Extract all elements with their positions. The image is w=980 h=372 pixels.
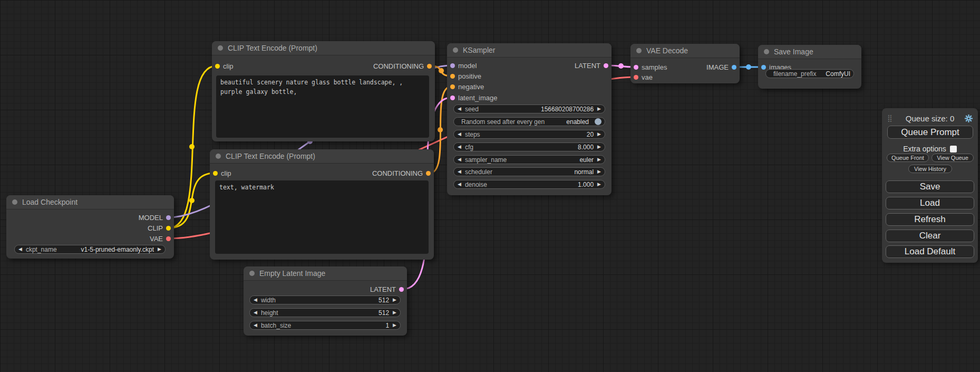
prev-value-arrow-icon[interactable]: ◀ [458, 169, 461, 174]
denoise-widget[interactable]: ◀ denoise 1.000 ▶ [453, 180, 605, 189]
node-title-bar[interactable]: Load Checkpoint [6, 195, 174, 209]
prev-value-arrow-icon[interactable]: ◀ [254, 298, 257, 302]
port-dot[interactable] [450, 74, 455, 79]
clear-button[interactable]: Clear [886, 230, 974, 242]
output-port-latent[interactable]: LATENT [575, 61, 608, 70]
next-value-arrow-icon[interactable]: ▶ [393, 323, 396, 328]
seed-widget[interactable]: ◀ seed 156680208700286 ▶ [453, 104, 605, 113]
output-port-latent[interactable]: LATENT [370, 285, 404, 293]
port-dot[interactable] [761, 65, 766, 70]
view-history-button[interactable]: View History [908, 165, 952, 173]
port-dot[interactable] [426, 171, 431, 176]
node-title-bar[interactable]: CLIP Text Encode (Prompt) [212, 41, 435, 55]
node-clip-text-encode-positive[interactable]: CLIP Text Encode (Prompt) clip CONDITION… [212, 41, 435, 141]
node-title-bar[interactable]: CLIP Text Encode (Prompt) [210, 149, 434, 164]
port-dot[interactable] [450, 84, 455, 89]
port-dot[interactable] [213, 171, 218, 176]
output-port-vae[interactable]: VAE [150, 234, 171, 243]
prev-value-arrow-icon[interactable]: ◀ [458, 182, 461, 187]
node-save-image[interactable]: Save Image images filename_prefix ComfyU… [758, 45, 861, 89]
next-value-arrow-icon[interactable]: ▶ [158, 247, 161, 252]
next-value-arrow-icon[interactable]: ▶ [393, 298, 396, 302]
port-dot[interactable] [604, 63, 608, 68]
node-ksampler[interactable]: KSampler model positive negative latent_… [447, 43, 612, 195]
prev-value-arrow-icon[interactable]: ◀ [458, 157, 461, 162]
port-dot[interactable] [427, 64, 432, 69]
next-value-arrow-icon[interactable]: ▶ [597, 145, 601, 149]
toggle-dot-icon[interactable] [595, 118, 601, 125]
prev-value-arrow-icon[interactable]: ◀ [458, 107, 461, 111]
prev-value-arrow-icon[interactable]: ◀ [458, 145, 461, 149]
port-dot[interactable] [215, 64, 220, 69]
scheduler-widget[interactable]: ◀ scheduler normal ▶ [453, 167, 605, 176]
filename-prefix-widget[interactable]: filename_prefix ComfyUI [765, 69, 854, 78]
node-title-bar[interactable]: VAE Decode [630, 44, 740, 58]
input-port-vae[interactable]: vae [634, 73, 653, 81]
cfg-widget[interactable]: ◀ cfg 8.000 ▶ [453, 142, 605, 151]
node-vae-decode[interactable]: VAE Decode samples vae IMAGE [630, 44, 740, 83]
steps-widget[interactable]: ◀ steps 20 ▶ [453, 130, 605, 139]
batch-size-widget[interactable]: ◀ batch_size 1 ▶ [249, 321, 401, 330]
widget-label: filename_prefix [773, 70, 816, 78]
prev-value-arrow-icon[interactable]: ◀ [254, 323, 257, 328]
port-dot[interactable] [166, 226, 171, 231]
queue-front-button[interactable]: Queue Front [887, 154, 929, 162]
next-value-arrow-icon[interactable]: ▶ [597, 107, 601, 111]
port-dot[interactable] [634, 75, 638, 80]
input-port-latent-image[interactable]: latent_image [450, 93, 497, 102]
random-seed-toggle-widget[interactable]: Random seed after every gen enabled [453, 117, 605, 126]
port-label: positive [458, 72, 481, 80]
width-widget[interactable]: ◀ width 512 ▶ [249, 295, 401, 304]
port-dot[interactable] [450, 63, 455, 68]
port-label: latent_image [458, 94, 497, 102]
prev-value-arrow-icon[interactable]: ◀ [18, 247, 22, 252]
node-load-checkpoint[interactable]: Load Checkpoint MODEL CLIP VAE ◀ ckpt_na… [6, 195, 174, 259]
negative-prompt-textarea[interactable]: text, watermark [215, 180, 429, 254]
positive-prompt-textarea[interactable]: beautiful scenery nature glass bottle la… [216, 75, 429, 138]
node-title-bar[interactable]: Save Image [758, 45, 861, 59]
queue-prompt-button[interactable]: Queue Prompt [887, 126, 973, 139]
node-title-bar[interactable]: Empty Latent Image [244, 266, 407, 281]
sampler-name-widget[interactable]: ◀ sampler_name euler ▶ [453, 155, 605, 164]
input-port-clip[interactable]: clip [215, 62, 234, 70]
port-dot[interactable] [166, 236, 171, 241]
height-widget[interactable]: ◀ height 512 ▶ [249, 308, 401, 317]
output-port-conditioning[interactable]: CONDITIONING [372, 169, 431, 177]
widget-label: Random seed after every gen [461, 118, 545, 126]
load-button[interactable]: Load [886, 197, 974, 209]
widget-label: width [261, 297, 276, 304]
load-default-button[interactable]: Load Default [886, 245, 974, 258]
port-dot[interactable] [399, 287, 404, 292]
next-value-arrow-icon[interactable]: ▶ [597, 182, 601, 187]
output-port-conditioning[interactable]: CONDITIONING [373, 62, 432, 70]
settings-gear-icon[interactable] [964, 113, 974, 123]
input-port-clip[interactable]: clip [213, 169, 231, 177]
port-dot[interactable] [732, 65, 736, 70]
port-label: vae [642, 73, 653, 81]
view-queue-button[interactable]: View Queue [932, 154, 974, 162]
next-value-arrow-icon[interactable]: ▶ [597, 169, 601, 174]
save-button[interactable]: Save [886, 180, 974, 193]
output-port-clip[interactable]: CLIP [148, 224, 171, 232]
port-dot[interactable] [634, 65, 638, 70]
ckpt-name-widget[interactable]: ◀ ckpt_name v1-5-pruned-emaonly.ckpt ▶ [14, 245, 166, 254]
input-port-negative[interactable]: negative [450, 82, 484, 91]
node-empty-latent-image[interactable]: Empty Latent Image LATENT ◀ width 512 ▶ … [244, 266, 407, 336]
next-value-arrow-icon[interactable]: ▶ [597, 157, 601, 162]
next-value-arrow-icon[interactable]: ▶ [597, 132, 601, 137]
input-port-positive[interactable]: positive [450, 72, 481, 80]
extra-options-checkbox[interactable] [950, 146, 957, 152]
next-value-arrow-icon[interactable]: ▶ [393, 310, 396, 315]
node-clip-text-encode-negative[interactable]: CLIP Text Encode (Prompt) clip CONDITION… [210, 149, 434, 260]
output-port-image[interactable]: IMAGE [706, 63, 736, 71]
node-title-bar[interactable]: KSampler [447, 43, 612, 58]
output-port-model[interactable]: MODEL [139, 213, 171, 222]
refresh-button[interactable]: Refresh [886, 213, 974, 226]
input-port-model[interactable]: model [450, 61, 477, 70]
port-dot[interactable] [450, 96, 455, 100]
prev-value-arrow-icon[interactable]: ◀ [254, 310, 257, 315]
port-dot[interactable] [166, 215, 171, 220]
prev-value-arrow-icon[interactable]: ◀ [458, 132, 461, 137]
port-label: model [458, 62, 477, 70]
input-port-samples[interactable]: samples [634, 63, 667, 71]
